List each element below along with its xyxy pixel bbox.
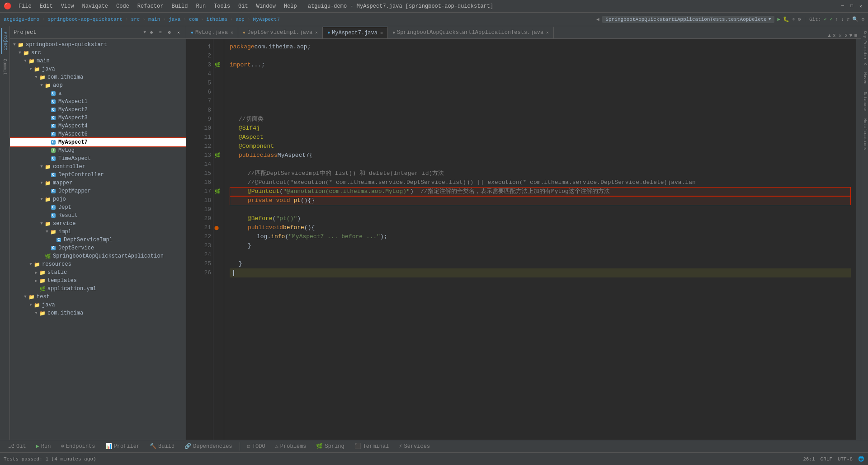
- tree-item-result[interactable]: ▶ C Result: [10, 211, 186, 220]
- side-tab-project[interactable]: Project: [1, 28, 9, 54]
- tree-item-myaspect4[interactable]: ▶ C MyAspect4: [10, 122, 186, 130]
- bottom-tab-problems[interactable]: ⚠ Problems: [271, 442, 311, 451]
- tree-item-static[interactable]: ▶ 📁 static: [10, 268, 186, 277]
- tab-springboottest[interactable]: ● SpringbootAopQuickstart1ApplicationTes…: [388, 27, 554, 38]
- tree-item-timeaspect[interactable]: ▶ C TimeAspect: [10, 155, 186, 163]
- tree-item-aop[interactable]: ▼ 📁 aop: [10, 81, 186, 89]
- right-panel-notifications[interactable]: Notifications: [862, 116, 868, 153]
- editor-nav-up[interactable]: ▲: [828, 33, 831, 38]
- menu-file[interactable]: File: [15, 2, 35, 10]
- menu-navigate[interactable]: Navigate: [78, 2, 112, 10]
- tab-deptserviceimpl-close[interactable]: ✕: [315, 30, 318, 35]
- breadcrumb-itheima[interactable]: itheima: [206, 17, 227, 22]
- sidebar-dropdown-icon[interactable]: ▼: [144, 30, 146, 35]
- bottom-tab-services[interactable]: ⚡ Services: [394, 442, 434, 451]
- coverage-button[interactable]: ☂: [792, 16, 795, 22]
- maximize-button[interactable]: □: [848, 3, 855, 10]
- tree-item-service[interactable]: ▼ 📁 service: [10, 220, 186, 228]
- status-locale-icon[interactable]: 🌐: [858, 456, 864, 462]
- bottom-tab-build[interactable]: 🔨 Build: [145, 442, 179, 451]
- menu-refactor[interactable]: Refactor: [134, 2, 167, 10]
- tree-item-deptcontroller[interactable]: ▶ C DeptController: [10, 171, 186, 179]
- debug-button[interactable]: 🐛: [783, 16, 789, 22]
- code-content[interactable]: package com.itheima.aop; import ...; //切…: [224, 39, 856, 440]
- breadcrumb-module[interactable]: springboot-aop-quickstart: [48, 17, 123, 22]
- right-panel-key-promoter[interactable]: Key Promoter X: [862, 28, 868, 68]
- bottom-tab-spring[interactable]: 🌿 Spring: [311, 442, 349, 451]
- tree-item-main[interactable]: ▼ 📁 main: [10, 57, 186, 65]
- bottom-tab-run[interactable]: ▶ Run: [32, 442, 56, 451]
- tree-item-deptserviceimpl[interactable]: ▶ C DeptServiceImpl: [10, 236, 186, 244]
- tab-myaspect7-close[interactable]: ✕: [380, 30, 383, 36]
- close-button[interactable]: ✕: [857, 3, 864, 10]
- tree-item-root[interactable]: ▼ 📁 springboot-aop-quickstart: [10, 41, 186, 49]
- menu-git[interactable]: Git: [235, 2, 252, 10]
- tree-item-src[interactable]: ▼ 📁 src: [10, 49, 186, 57]
- minimize-button[interactable]: ─: [839, 3, 846, 10]
- tree-item-pojo[interactable]: ▼ 📁 pojo: [10, 195, 186, 203]
- status-line-ending[interactable]: CRLF: [821, 456, 832, 462]
- git-translate[interactable]: ⇄: [847, 16, 850, 22]
- sidebar-collapse-icon[interactable]: ≡: [157, 29, 164, 36]
- run-config-dropdown[interactable]: SpringbootAopQuickstart1ApplicationTests…: [602, 16, 775, 23]
- tree-item-mapper[interactable]: ▼ 📁 mapper: [10, 179, 186, 187]
- tree-item-myaspect3[interactable]: ▶ C MyAspect3: [10, 114, 186, 122]
- git-checkmark1[interactable]: ✓: [824, 16, 827, 22]
- git-arrow2[interactable]: ↓: [841, 17, 844, 22]
- right-panel-database[interactable]: Database: [862, 89, 868, 114]
- sidebar-settings-icon[interactable]: ⚙: [166, 29, 173, 36]
- breadcrumb-src[interactable]: src: [131, 17, 140, 22]
- git-checkmark2[interactable]: ✓: [830, 16, 833, 22]
- tree-item-application-yml[interactable]: ▶ 🌿 application.yml: [10, 285, 186, 293]
- tree-item-test-java[interactable]: ▼ 📁 java: [10, 301, 186, 309]
- tree-item-dept[interactable]: ▶ C Dept: [10, 203, 186, 211]
- breadcrumb-myaspect7[interactable]: MyAspect7: [253, 17, 280, 22]
- sidebar-close-icon[interactable]: ✕: [175, 29, 182, 36]
- bottom-tab-dependencies[interactable]: 🔗 Dependencies: [180, 442, 236, 451]
- git-arrow[interactable]: ↑: [835, 17, 839, 22]
- bottom-tab-terminal[interactable]: ⬛ Terminal: [350, 442, 394, 451]
- breadcrumb-main[interactable]: main: [148, 17, 160, 22]
- tree-item-mylog[interactable]: ▶ I MyLog: [10, 146, 186, 155]
- code-editor[interactable]: 12345 678910 1112131415 1617181920 21222…: [186, 39, 861, 440]
- tree-item-myaspect2[interactable]: ▶ C MyAspect2: [10, 106, 186, 114]
- breadcrumb-java[interactable]: java: [169, 17, 180, 22]
- breadcrumb-aop[interactable]: aop: [236, 17, 245, 22]
- menu-code[interactable]: Code: [113, 2, 133, 10]
- editor-nav-down[interactable]: ▼: [849, 33, 853, 38]
- bottom-tab-profiler[interactable]: 📊 Profiler: [101, 442, 145, 451]
- tree-item-test[interactable]: ▼ 📁 test: [10, 293, 186, 301]
- side-tab-commit[interactable]: Commit: [1, 55, 8, 79]
- search-icon[interactable]: 🔍: [852, 16, 859, 22]
- tree-item-deptmapper[interactable]: ▶ C DeptMapper: [10, 187, 186, 195]
- tab-deptserviceimpl[interactable]: ● DeptServiceImpl.java ✕: [238, 27, 323, 38]
- breadcrumb-com[interactable]: com: [189, 17, 198, 22]
- tree-item-myaspect1[interactable]: ▶ C MyAspect1: [10, 98, 186, 106]
- nav-back-icon[interactable]: ◀: [596, 16, 599, 22]
- tree-item-com-itheima[interactable]: ▼ 📁 com.itheima: [10, 73, 186, 81]
- tree-item-myaspect7[interactable]: ▶ C MyAspect7: [10, 138, 186, 146]
- tree-item-java[interactable]: ▼ 📁 java: [10, 65, 186, 73]
- tree-item-templates[interactable]: ▶ 📁 templates: [10, 277, 186, 285]
- tree-item-deptservice[interactable]: ▶ C DeptService: [10, 244, 186, 252]
- tree-item-a[interactable]: ▶ C a: [10, 89, 186, 98]
- status-position[interactable]: 26:1: [803, 456, 815, 462]
- tree-item-resources[interactable]: ▼ 📁 resources: [10, 260, 186, 268]
- menu-help[interactable]: Help: [280, 2, 301, 10]
- tree-item-springapp[interactable]: ▶ 🌿 SpringbootAopQuickstartApplication: [10, 252, 186, 260]
- run-button[interactable]: ▶: [777, 16, 780, 22]
- menu-view[interactable]: View: [57, 2, 78, 10]
- tree-item-myaspect6[interactable]: ▶ C MyAspect6: [10, 130, 186, 138]
- status-encoding[interactable]: UTF-8: [838, 456, 853, 462]
- settings-gear-icon[interactable]: ⚙: [861, 16, 864, 22]
- menu-edit[interactable]: Edit: [36, 2, 57, 10]
- menu-window[interactable]: Window: [253, 2, 279, 10]
- scrollbar-vertical[interactable]: [856, 39, 861, 440]
- tab-mylog-close[interactable]: ✕: [231, 30, 233, 35]
- bottom-tab-endpoints[interactable]: ⊕ Endpoints: [56, 442, 99, 451]
- right-panel-maven[interactable]: Maven: [862, 70, 868, 87]
- sidebar-locate-icon[interactable]: ⊕: [148, 29, 155, 36]
- nav-settings-icon[interactable]: ⚙: [798, 16, 801, 22]
- breadcrumb-project[interactable]: atguigu-demo: [4, 17, 39, 22]
- bottom-tab-git[interactable]: ⎇ Git: [4, 442, 31, 451]
